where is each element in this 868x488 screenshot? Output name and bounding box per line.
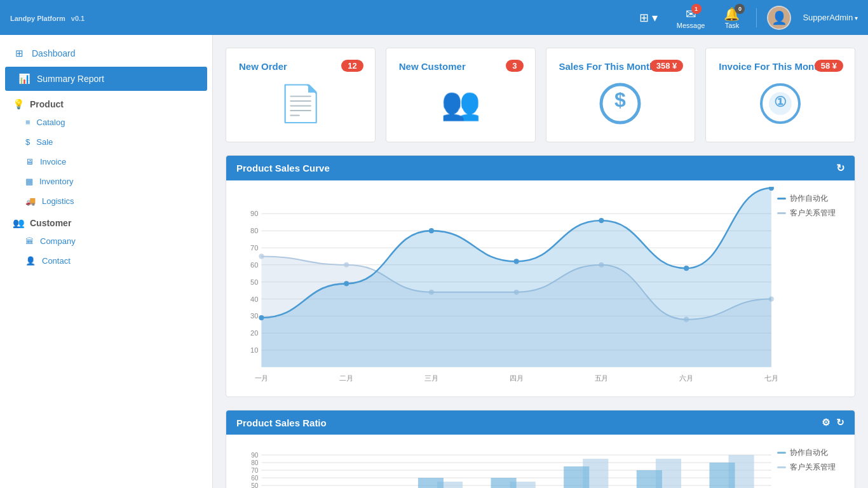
grid-icon[interactable]: ⊞ ▾ xyxy=(639,11,658,25)
svg-point-38 xyxy=(344,281,349,286)
ratio-legend: 协作自动化客户关系管理 xyxy=(777,447,836,473)
topnav: Landpy Platform v0.1 ⊞ ▾ ✉ 1 Message 🔔 0… xyxy=(0,0,868,35)
sidebar-item-invoice[interactable]: 🖥 Invoice xyxy=(0,152,212,172)
avatar-img: 👤 xyxy=(768,6,790,30)
svg-point-37 xyxy=(259,315,264,320)
avatar[interactable]: 👤 xyxy=(767,6,791,30)
nav-divider xyxy=(756,8,757,27)
svg-rect-81 xyxy=(637,470,662,488)
svg-point-31 xyxy=(344,262,349,268)
legend-item-0: 协作自动化 xyxy=(777,193,836,204)
task-icon: 🔔 0 xyxy=(724,6,740,22)
settings-icon[interactable]: ⚙ xyxy=(822,417,830,428)
ratio-header-icons[interactable]: ⚙ ↻ xyxy=(822,417,844,428)
sales-curve-body: 102030405060708090一月二月三月四月五月六月七月 协作自动化客户… xyxy=(226,180,855,396)
sidebar-inventory-label: Inventory xyxy=(39,177,73,186)
svg-point-30 xyxy=(259,254,264,259)
sidebar-item-logistics[interactable]: 🚚 Logistics xyxy=(0,191,212,211)
refresh-ratio-icon[interactable]: ↻ xyxy=(836,417,844,428)
sidebar-item-dashboard[interactable]: ⊞ Dashboard xyxy=(0,41,212,65)
inventory-icon: ▦ xyxy=(25,177,33,186)
sidebar-product-label: Product xyxy=(30,99,64,109)
username-btn[interactable]: SupperAdmin xyxy=(803,13,858,22)
sidebar-contact-label: Contact xyxy=(42,256,71,266)
topnav-icons: ⊞ ▾ ✉ 1 Message 🔔 0 Task 👤 SupperAdmin xyxy=(639,4,858,32)
sidebar-item-company[interactable]: 🏛 Company xyxy=(0,231,212,251)
svg-text:$: $ xyxy=(614,88,626,111)
svg-point-39 xyxy=(429,228,434,233)
svg-text:80: 80 xyxy=(251,459,259,466)
svg-text:70: 70 xyxy=(250,244,258,252)
sales-ratio-title: Product Sales Ratio xyxy=(236,417,327,428)
stat-cards: New Order 12 📄 New Customer 3 👥 Sales Fo… xyxy=(226,48,855,142)
message-btn[interactable]: ✉ 1 Message xyxy=(670,4,712,32)
brand-version: v0.1 xyxy=(71,15,85,22)
ratio-legend-item-0: 协作自动化 xyxy=(777,447,836,458)
brand-name: Landpy Platform xyxy=(10,15,65,22)
stat-badge-3: 58 ¥ xyxy=(815,60,843,72)
company-icon: 🏛 xyxy=(25,236,34,246)
message-badge: 1 xyxy=(691,4,702,14)
stat-card-icon-1: 👥 xyxy=(399,78,522,129)
sidebar-item-sale[interactable]: $ Sale xyxy=(0,132,212,152)
sidebar-customer-label: Customer xyxy=(30,218,71,228)
sidebar-item-contact[interactable]: 👤 Contact xyxy=(0,251,212,271)
svg-text:70: 70 xyxy=(251,467,259,474)
svg-text:10: 10 xyxy=(250,346,258,354)
svg-text:50: 50 xyxy=(251,482,259,488)
svg-text:二月: 二月 xyxy=(339,374,353,381)
customer-group-icon: 👥 xyxy=(13,217,25,229)
sale-icon: $ xyxy=(25,137,30,147)
svg-rect-82 xyxy=(709,463,735,488)
sidebar-group-customer: 👥 Customer xyxy=(0,211,212,231)
brand: Landpy Platform v0.1 xyxy=(10,11,639,24)
contact-icon: 👤 xyxy=(25,256,36,266)
svg-text:90: 90 xyxy=(251,452,259,459)
sidebar-item-summary[interactable]: 📊 Summary Report xyxy=(5,67,207,91)
svg-point-41 xyxy=(599,218,604,223)
dashboard-icon: ⊞ xyxy=(13,48,25,59)
logistics-icon: 🚚 xyxy=(25,196,36,206)
task-btn[interactable]: 🔔 0 Task xyxy=(717,4,746,32)
sidebar: ⊞ Dashboard 📊 Summary Report 💡 Product ≡… xyxy=(0,35,213,488)
summary-icon: 📊 xyxy=(18,73,31,85)
stat-card-icon-0: 📄 xyxy=(239,78,362,129)
svg-point-42 xyxy=(684,266,689,271)
sidebar-company-label: Company xyxy=(40,236,76,246)
svg-text:五月: 五月 xyxy=(595,374,609,381)
stat-card-icon-3: ① xyxy=(719,78,842,129)
sales-curve-title: Product Sales Curve xyxy=(236,163,330,173)
sidebar-item-catalog[interactable]: ≡ Catalog xyxy=(0,112,212,132)
svg-text:90: 90 xyxy=(250,210,258,217)
ratio-legend-item-1: 客户关系管理 xyxy=(777,462,836,473)
sidebar-group-product: 💡 Product xyxy=(0,92,212,112)
svg-text:40: 40 xyxy=(250,295,258,303)
sales-curve-svg: 102030405060708090一月二月三月四月五月六月七月 xyxy=(233,187,848,390)
legend-item-1: 客户关系管理 xyxy=(777,208,836,219)
sidebar-item-inventory[interactable]: ▦ Inventory xyxy=(0,172,212,191)
svg-text:一月: 一月 xyxy=(255,374,269,381)
svg-text:七月: 七月 xyxy=(764,374,778,381)
stat-card-2: Sales For This Month 358 ¥ $ xyxy=(546,48,696,142)
message-icon: ✉ 1 xyxy=(686,6,696,22)
sidebar-catalog-label: Catalog xyxy=(37,118,65,127)
sidebar-logistics-label: Logistics xyxy=(42,196,74,206)
sales-ratio-body: 102030405060708090一月二月三月四月五月六月七月 协作自动化客户… xyxy=(226,435,855,488)
main-content: New Order 12 📄 New Customer 3 👥 Sales Fo… xyxy=(213,35,868,488)
bulb-icon: 💡 xyxy=(13,98,25,110)
stat-card-title-1: New Customer xyxy=(399,61,522,72)
svg-text:50: 50 xyxy=(250,278,258,286)
refresh-icon[interactable]: ↻ xyxy=(836,162,844,174)
sidebar-summary-label: Summary Report xyxy=(37,74,104,84)
stat-badge-2: 358 ¥ xyxy=(650,60,684,72)
sales-ratio-svg: 102030405060708090一月二月三月四月五月六月七月 xyxy=(233,441,848,488)
stat-card-3: Invoice For This Month 58 ¥ ① xyxy=(705,48,855,142)
message-label: Message xyxy=(677,22,705,29)
svg-rect-79 xyxy=(491,478,517,488)
task-badge: 0 xyxy=(735,4,745,14)
svg-text:六月: 六月 xyxy=(679,374,693,381)
stat-card-0: New Order 12 📄 xyxy=(226,48,376,142)
svg-text:30: 30 xyxy=(250,312,258,320)
catalog-icon: ≡ xyxy=(25,118,31,127)
svg-point-40 xyxy=(514,259,519,264)
